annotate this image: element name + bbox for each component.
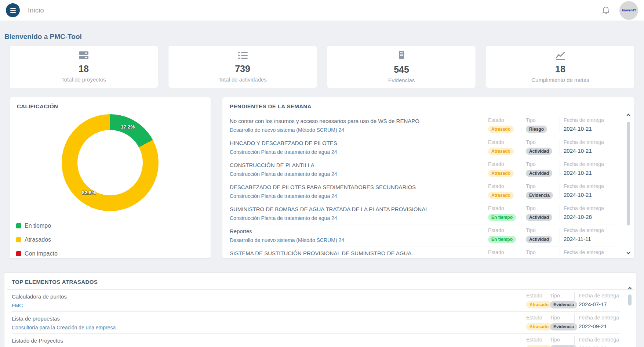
stat-value: 18	[555, 64, 565, 75]
estado-label: Estado	[526, 293, 542, 299]
estado-badge: En tiempo	[488, 214, 516, 221]
scroll-up-icon[interactable]	[628, 287, 632, 291]
tipo-badge: Evidencia	[550, 323, 577, 330]
legend-label: Atrasados	[25, 236, 51, 243]
scrollbar[interactable]	[626, 114, 631, 254]
tipo-column: Tipo Actividad	[526, 249, 560, 259]
top-atrasados-list: Calculadora de puntos FMC Estado Atrasad…	[4, 290, 636, 347]
project-link[interactable]: Construcción Planta de tratamiento de ag…	[230, 171, 337, 177]
tipo-badge: Actividad	[526, 170, 552, 177]
estado-badge: Atrasado	[488, 258, 514, 259]
stat-label: Cumplimiento de metas	[531, 77, 589, 83]
pendientes-panel: PENDIENTES DE LA SEMANA No contar con lo…	[222, 97, 635, 259]
item-title: CONSTRUCCIÓN DE PLANTILLA	[230, 162, 484, 168]
tipo-column: Tipo Evidencia	[550, 314, 574, 331]
project-link[interactable]: Construcción Planta de tratamiento de ag…	[230, 193, 337, 199]
estado-label: Estado	[488, 227, 504, 233]
project-link[interactable]: Consultoría para la Creación de una empr…	[12, 325, 116, 330]
project-link[interactable]: Construcción Planta de tratamiento de ag…	[230, 149, 337, 155]
legend-item[interactable]: Atrasados	[15, 233, 205, 247]
fecha-column: Fecha de entrega 2024-10-28	[560, 205, 618, 221]
project-link[interactable]: Desarrollo de nuevo sistema (Método SCRU…	[230, 237, 344, 243]
row-main: HINCADO Y DESCABEZADO DE PILOTES Constru…	[230, 139, 488, 155]
project-link[interactable]: Desarrollo de nuevo sistema (Método SCRU…	[230, 127, 344, 133]
estado-column: Estado En tiempo	[488, 227, 526, 243]
fecha-value: 2024-11-11	[564, 236, 591, 242]
fecha-value: 2024-12-02	[564, 258, 592, 259]
tipo-column: Tipo Actividad	[526, 139, 560, 155]
tipo-badge: Evidencia	[550, 345, 577, 347]
legend-label: En tiempo	[25, 223, 51, 229]
legend-swatch	[16, 237, 21, 242]
fecha-label: Fecha de entrega	[564, 249, 604, 255]
row-main: SUMINISTRO DE BOMBAS DE AGUA TRATADA DE …	[230, 205, 488, 221]
scrollbar-thumb[interactable]	[628, 294, 632, 306]
top-atrasados-panel: TOP ELEMENTOS ATRASADOS Calculadora de p…	[4, 272, 636, 347]
legend-item[interactable]: En tiempo	[15, 219, 205, 233]
stat-card-evidencias: 545 Evidencias	[327, 45, 476, 88]
estado-column: Estado Atrasado	[488, 139, 526, 155]
row-main: Calculadora de puntos FMC	[12, 292, 526, 309]
projects-stack-icon	[78, 51, 89, 61]
tipo-column: Tipo Riesgo	[526, 117, 560, 133]
pending-item-row: SISTEMA DE SUSTITUCIÓN PROVISIONAL DE SU…	[230, 246, 618, 259]
project-link[interactable]: FMC	[12, 303, 23, 308]
row-main: No contar con los insumos y acceso neces…	[230, 117, 488, 133]
legend-label: Con impacto	[25, 250, 58, 257]
tipo-label: Tipo	[550, 293, 560, 299]
estado-badge: Atrasado	[526, 301, 552, 308]
tipo-badge: Actividad	[526, 236, 552, 243]
fecha-label: Fecha de entrega	[579, 337, 619, 343]
fecha-column: Fecha de entrega 2024-10-21	[560, 183, 618, 199]
fecha-value: 2024-10-21	[564, 192, 592, 198]
item-title: Reportes	[230, 228, 484, 234]
stat-label: Evidencias	[388, 77, 415, 83]
project-link[interactable]: Construcción Planta de tratamiento de ag…	[230, 215, 337, 221]
stat-label: Total de actividades	[218, 76, 267, 83]
donut-hole	[77, 130, 143, 195]
estado-label: Estado	[488, 117, 504, 123]
donut-label-atrasados: 82.8%	[82, 190, 96, 195]
tipo-label: Tipo	[526, 249, 536, 255]
fecha-column: Fecha de entrega 2024-10-21	[560, 139, 618, 155]
chart-legend: En tiempo Atrasados Con impacto	[15, 219, 205, 261]
menu-button[interactable]	[6, 3, 20, 17]
tipo-label: Tipo	[526, 117, 536, 123]
tipo-label: Tipo	[550, 337, 560, 343]
tipo-column: Tipo Actividad	[526, 205, 560, 221]
receipt-icon	[398, 50, 405, 62]
calificacion-panel: CALIFICACIÓN 17.2% 82.8% En tiempo Atras…	[9, 97, 211, 259]
avatar[interactable]: InovenTI	[619, 1, 638, 20]
welcome-heading: Bienvenido a PMC-Tool	[4, 33, 640, 41]
pending-item-row: SUMINISTRO DE BOMBAS DE AGUA TRATADA DE …	[230, 202, 618, 224]
legend-swatch	[16, 251, 21, 256]
item-title: No contar con los insumos y acceso neces…	[230, 118, 484, 124]
notifications-bell-icon[interactable]	[602, 6, 610, 15]
stat-card-metas: 18 Cumplimiento de metas	[486, 45, 635, 88]
scrollbar-thumb[interactable]	[627, 122, 630, 225]
item-title: SUMINISTRO DE BOMBAS DE AGUA TRATADA DE …	[230, 206, 484, 212]
fecha-value: 2024-10-28	[564, 214, 592, 220]
item-title: Listado de Proyectos	[12, 337, 522, 344]
checklist-icon	[237, 51, 248, 61]
scroll-down-icon[interactable]	[626, 251, 630, 254]
tipo-badge: Riesgo	[526, 126, 547, 133]
scrollbar[interactable]	[627, 288, 632, 347]
tipo-label: Tipo	[550, 315, 560, 321]
stats-row: 18 Total de proyectos 739 Total de activ…	[9, 45, 635, 88]
estado-badge: Atrasado	[488, 192, 514, 199]
estado-badge: Atrasado	[488, 126, 514, 133]
estado-column: Estado Atrasado	[488, 183, 526, 199]
fecha-column: Fecha de entrega 2024-07-17	[574, 292, 620, 309]
fecha-label: Fecha de entrega	[564, 161, 604, 167]
legend-item[interactable]: Con impacto	[15, 247, 205, 261]
tipo-label: Tipo	[526, 183, 536, 189]
fecha-value: 2024-10-21	[564, 126, 592, 132]
fecha-value: 2022-09-21	[579, 323, 607, 329]
late-item-row: Calculadora de puntos FMC Estado Atrasad…	[12, 290, 620, 312]
tipo-badge: Evidencia	[550, 301, 577, 308]
donut-label-en-tiempo: 17.2%	[121, 124, 135, 130]
scroll-up-icon[interactable]	[626, 114, 630, 118]
fecha-label: Fecha de entrega	[564, 139, 604, 145]
row-main: DESCABEZADO DE PILOTES PARA SEDIMENTADOR…	[230, 183, 488, 199]
